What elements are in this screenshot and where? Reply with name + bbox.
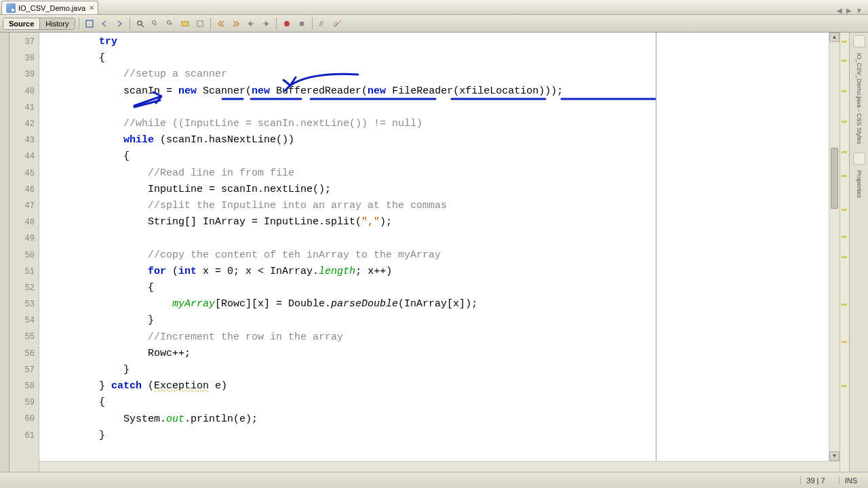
warning-mark[interactable] [842,151,847,153]
gutter-line[interactable]: 45 [9,165,39,182]
gutter-line[interactable]: 60 [9,411,39,427]
svg-line-2 [141,24,144,27]
gutter-line[interactable]: 57 [9,362,39,378]
warning-mark[interactable] [842,60,847,62]
svg-rect-5 [182,22,189,26]
gutter-line[interactable]: 54 [9,312,39,329]
gutter-line[interactable]: 50 [9,247,39,263]
find-next-button[interactable] [163,17,177,30]
file-tab-label: IO_CSV_Demo.java [18,4,85,12]
gutter-line[interactable]: 52 [9,280,39,296]
error-stripe[interactable] [840,33,849,472]
warning-mark[interactable] [842,304,847,306]
gutter-line[interactable]: 42 [9,116,39,132]
separator [312,18,313,30]
scroll-up-icon[interactable]: ▲ [829,33,840,42]
history-tab[interactable]: History [40,18,74,29]
find-selection-button[interactable] [134,17,147,30]
gutter-line[interactable]: 59 [9,394,39,411]
gutter-line[interactable]: 47 [9,198,39,214]
code-viewport[interactable]: try { //setup a scanner scanIn = new Sca… [39,33,656,472]
warning-mark[interactable] [842,175,847,177]
properties-palette-label[interactable]: Properties [856,170,863,198]
editor-area: 37 38 39 40 41 42 43 44 45 46 47 48 49 5… [0,33,868,472]
gutter-line[interactable]: 39 [9,66,39,83]
svg-text://: // [319,20,323,28]
left-margin [0,33,9,472]
gutter-line[interactable]: 44 [9,148,39,165]
toggle-highlight-button[interactable] [178,17,192,30]
svg-rect-6 [197,21,203,26]
separator [79,18,79,30]
svg-point-4 [167,20,170,24]
code-area: try { //setup a scanner scanIn = new Sca… [39,33,868,472]
cursor-position: 39 | 7 [800,476,830,485]
shift-right-button[interactable] [259,17,273,30]
palette-button[interactable] [853,152,865,165]
warning-mark[interactable] [842,41,847,43]
code-text[interactable]: try { //setup a scanner scanIn = new Sca… [39,33,656,444]
file-tab-bar: IO_CSV_Demo.java ✕ ◀ ▶ ▼ [0,0,868,15]
gutter-line[interactable]: 46 [9,182,39,198]
gutter-line[interactable]: 37 [9,34,39,50]
gutter-line[interactable]: 43 [9,132,39,148]
next-bookmark-button[interactable] [229,17,243,30]
tab-menu-icon[interactable]: ▼ [856,7,863,14]
css-styles-palette-label[interactable]: IO_CSV_Demo.java - CSS Styles [856,53,863,144]
separator [276,18,277,30]
warning-mark[interactable] [842,90,847,92]
comment-button[interactable]: // [316,17,330,30]
line-number-gutter[interactable]: 37 38 39 40 41 42 43 44 45 46 47 48 49 5… [9,33,39,472]
macro-record-button[interactable] [280,17,294,30]
warning-mark[interactable] [842,256,847,258]
warning-mark[interactable] [842,209,847,211]
scrollbar-thumb[interactable] [831,148,838,209]
right-palette-rail: IO_CSV_Demo.java - CSS Styles Properties [849,33,868,472]
tab-next-icon[interactable]: ▶ [846,7,852,14]
gutter-line[interactable]: 48 [9,214,39,230]
toggle-bookmark-button[interactable] [193,17,207,30]
gutter-line[interactable]: 51 [9,264,39,280]
file-tab[interactable]: IO_CSV_Demo.java ✕ [1,1,98,14]
horizontal-scrollbar[interactable] [39,461,840,472]
separator [130,18,130,30]
tab-prev-icon[interactable]: ◀ [837,7,842,14]
gutter-line[interactable]: 56 [9,346,39,362]
last-edit-button[interactable] [83,17,96,30]
scroll-down-icon[interactable]: ▼ [829,451,840,461]
svg-rect-10 [300,22,304,26]
insert-mode[interactable]: INS [839,476,863,485]
gutter-line[interactable]: 38 [9,50,39,66]
status-bar: 39 | 7 INS [0,472,868,488]
uncomment-button[interactable]: // [331,17,344,30]
gutter-line[interactable]: 55 [9,329,39,345]
source-tab[interactable]: Source [3,18,40,29]
gutter-line[interactable]: 41 [9,100,39,116]
gutter-line[interactable]: 58 [9,378,39,394]
shift-left-button[interactable] [244,17,258,30]
macro-stop-button[interactable] [295,17,309,30]
separator [210,18,211,30]
palette-button[interactable] [853,35,865,47]
java-file-icon [6,3,16,13]
view-tabs: Source History [3,18,75,30]
warning-mark[interactable] [842,341,847,343]
vertical-scrollbar[interactable]: ▲ ▼ [829,33,840,461]
find-prev-button[interactable] [149,17,162,30]
svg-rect-0 [86,20,93,27]
warning-mark[interactable] [842,385,847,387]
close-icon[interactable]: ✕ [88,5,95,12]
back-button[interactable] [98,17,111,30]
gutter-line[interactable]: 61 [9,428,39,444]
gutter-line[interactable]: 40 [9,83,39,100]
prev-bookmark-button[interactable] [214,17,228,30]
warning-mark[interactable] [842,236,847,238]
gutter-line[interactable]: 49 [9,230,39,247]
editor-toolbar: Source History // // [0,15,868,33]
gutter-line[interactable]: 53 [9,296,39,312]
svg-point-9 [284,21,290,26]
warning-mark[interactable] [842,121,847,123]
svg-point-3 [152,20,155,24]
forward-button[interactable] [113,17,126,30]
tab-nav-controls: ◀ ▶ ▼ [837,7,868,14]
